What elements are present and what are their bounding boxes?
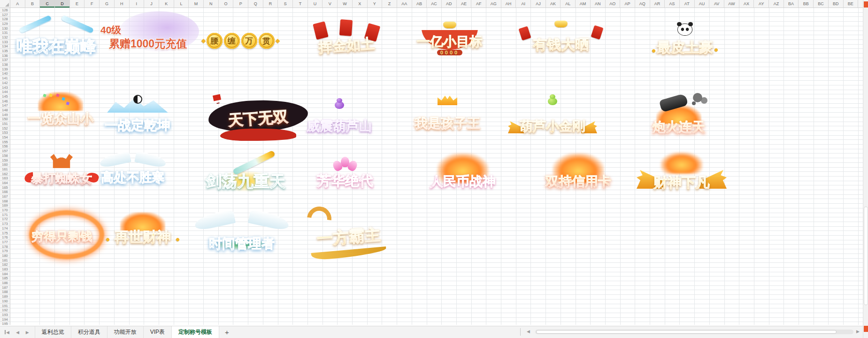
add-sheet-button[interactable]: +: [219, 326, 235, 338]
column-header-AE[interactable]: AE: [457, 0, 472, 8]
next-sheet-button[interactable]: ▶: [26, 330, 29, 335]
row-header-164[interactable]: 164: [0, 181, 10, 185]
column-header-BC[interactable]: BC: [814, 0, 829, 8]
hscroll-left-arrow-icon[interactable]: ◀: [527, 329, 530, 334]
row-header-186[interactable]: 186: [0, 281, 10, 285]
column-header-AL[interactable]: AL: [561, 0, 576, 8]
row-header-131[interactable]: 131: [0, 31, 10, 35]
row-header-135[interactable]: 135: [0, 49, 10, 54]
row-header-181[interactable]: 181: [0, 258, 10, 263]
row-header-179[interactable]: 179: [0, 249, 10, 254]
row-header-193[interactable]: 193: [0, 313, 10, 317]
badge-recharge-note[interactable]: 40级 累赠1000元充值: [92, 11, 205, 54]
column-header-G[interactable]: G: [100, 0, 115, 8]
row-header-150[interactable]: 150: [0, 117, 10, 122]
row-header-146[interactable]: 146: [0, 99, 10, 104]
row-header-195[interactable]: 195: [0, 322, 10, 325]
badge-zui-pi-tu-hao[interactable]: 最皮土豪: [650, 23, 720, 57]
badge-gao-chu-bu-sheng-han[interactable]: 高处不胜寒: [99, 151, 167, 186]
column-header-AA[interactable]: AA: [397, 0, 412, 8]
sheet-tab-3[interactable]: 功能开放: [108, 326, 144, 338]
sheet-tab-4[interactable]: VIP表: [144, 326, 172, 338]
column-header-AC[interactable]: AC: [427, 0, 442, 8]
column-header-N[interactable]: N: [204, 0, 219, 8]
row-header-167[interactable]: 167: [0, 194, 10, 199]
horizontal-scrollbar[interactable]: [535, 330, 853, 334]
badge-yi-lan-zhong-shan-xiao[interactable]: 一览众山小: [23, 92, 98, 128]
badge-you-qian-da-shai[interactable]: 有钱大晒: [517, 21, 605, 54]
badge-shuang-chi-xin-yong-ka[interactable]: 双持信用卡: [539, 153, 618, 191]
badge-fang-hua-jue-dai[interactable]: 芳华绝代: [308, 157, 382, 191]
badge-shi-jian-guan-li-zhe[interactable]: 时间管理者: [193, 210, 290, 256]
row-header-137[interactable]: 137: [0, 58, 10, 63]
row-header-161[interactable]: 161: [0, 167, 10, 172]
column-header-AM[interactable]: AM: [576, 0, 591, 8]
row-header-189[interactable]: 189: [0, 294, 10, 299]
badge-wo-shi-hai-zi-wang[interactable]: 我是孩子王: [410, 94, 484, 132]
vertical-scroll-thumb[interactable]: [864, 207, 868, 305]
row-header-128[interactable]: 128: [0, 17, 10, 22]
column-header-AR[interactable]: AR: [650, 0, 665, 8]
row-header-148[interactable]: 148: [0, 108, 10, 113]
row-header-173[interactable]: 173: [0, 222, 10, 226]
column-header-Q[interactable]: Q: [248, 0, 263, 8]
row-header-157[interactable]: 157: [0, 149, 10, 154]
column-header-W[interactable]: W: [338, 0, 353, 8]
row-header-142[interactable]: 142: [0, 81, 10, 85]
column-header-U[interactable]: U: [308, 0, 323, 8]
column-header-BF[interactable]: BF: [858, 0, 863, 8]
badge-bao-da-zhi-zhu-nv[interactable]: 暴打蜘蛛女: [24, 153, 99, 187]
row-header-145[interactable]: 145: [0, 94, 10, 99]
badge-hu-lu-xiao-jin-gang[interactable]: 葫芦小金刚: [508, 95, 597, 135]
badge-yao-chan-wan-guan[interactable]: 腰 缠 万 贯: [205, 29, 276, 53]
row-header-194[interactable]: 194: [0, 317, 10, 322]
row-header-134[interactable]: 134: [0, 45, 10, 49]
row-header-149[interactable]: 149: [0, 113, 10, 117]
column-header-J[interactable]: J: [144, 0, 159, 8]
badge-yi-yi-xiao-mu-biao[interactable]: 一亿小目标 0000: [413, 22, 486, 55]
column-header-AW[interactable]: AW: [724, 0, 739, 8]
row-header-132[interactable]: 132: [0, 35, 10, 40]
row-header-171[interactable]: 171: [0, 213, 10, 217]
column-header-AH[interactable]: AH: [501, 0, 516, 8]
row-header-174[interactable]: 174: [0, 226, 10, 231]
column-header-AG[interactable]: AG: [486, 0, 501, 8]
column-header-Z[interactable]: Z: [382, 0, 397, 8]
column-header-M[interactable]: M: [189, 0, 204, 8]
column-header-AI[interactable]: AI: [516, 0, 531, 8]
row-header-191[interactable]: 191: [0, 304, 10, 308]
column-header-AS[interactable]: AS: [665, 0, 680, 8]
column-header-E[interactable]: E: [70, 0, 85, 8]
column-header-AF[interactable]: AF: [471, 0, 486, 8]
column-header-AK[interactable]: AK: [546, 0, 561, 8]
column-header-AY[interactable]: AY: [754, 0, 769, 8]
row-header-158[interactable]: 158: [0, 154, 10, 158]
prev-sheet-button[interactable]: ◀: [16, 330, 19, 335]
row-header-140[interactable]: 140: [0, 72, 10, 77]
row-header-151[interactable]: 151: [0, 122, 10, 126]
column-header-H[interactable]: H: [115, 0, 130, 8]
column-header-AO[interactable]: AO: [606, 0, 621, 8]
row-header-166[interactable]: 166: [0, 190, 10, 195]
sheet-tab-1[interactable]: 返利总览: [35, 326, 71, 338]
select-all-corner[interactable]: [0, 0, 10, 8]
row-header-136[interactable]: 136: [0, 54, 10, 58]
column-header-BD[interactable]: BD: [829, 0, 844, 8]
row-header-160[interactable]: 160: [0, 162, 10, 167]
column-header-O[interactable]: O: [219, 0, 234, 8]
column-header-C[interactable]: C: [40, 0, 55, 8]
badge-ren-min-bi-zhan-shen[interactable]: 人民币战神: [422, 153, 504, 191]
row-header-190[interactable]: 190: [0, 299, 10, 304]
column-header-AD[interactable]: AD: [442, 0, 457, 8]
badge-tian-xia-wu-shuang[interactable]: 天下无双: [206, 96, 311, 142]
column-header-T[interactable]: T: [293, 0, 308, 8]
column-header-AU[interactable]: AU: [695, 0, 710, 8]
row-header-169[interactable]: 169: [0, 204, 10, 208]
row-header-159[interactable]: 159: [0, 158, 10, 163]
column-header-AT[interactable]: AT: [680, 0, 695, 8]
column-header-A[interactable]: A: [10, 0, 25, 8]
row-header-177[interactable]: 177: [0, 240, 10, 245]
first-sheet-button[interactable]: ◀: [5, 330, 9, 335]
row-header-168[interactable]: 168: [0, 199, 10, 204]
row-header-184[interactable]: 184: [0, 272, 10, 277]
